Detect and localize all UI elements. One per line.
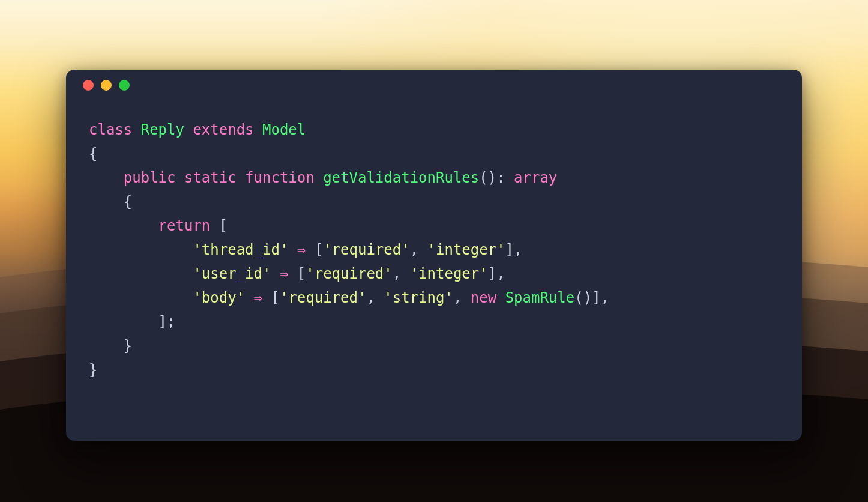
keyword-new: new [471, 289, 496, 306]
rule-value: 'integer' [410, 265, 488, 282]
rule-key: 'thread_id' [193, 241, 288, 258]
close-icon[interactable] [83, 80, 94, 91]
bracket-open: [ [271, 289, 279, 306]
bracket-open: [ [315, 241, 323, 258]
rule-key: 'user_id' [193, 265, 271, 282]
array-close: ] [158, 313, 167, 330]
rule-value: 'integer' [427, 241, 505, 258]
method-name: getValidationRules [323, 169, 479, 186]
class-name-model: Model [262, 121, 306, 138]
rule-key: 'body' [193, 289, 245, 306]
semicolon: ; [167, 313, 175, 330]
array-open: [ [219, 217, 228, 234]
rule-value: 'required' [323, 241, 410, 258]
paren-open: ( [574, 289, 583, 306]
code-window: class Reply extends Model { public stati… [66, 70, 802, 441]
arrow-icon: ⇒ [254, 289, 262, 306]
zoom-icon[interactable] [119, 80, 130, 91]
paren-close: ) [583, 289, 592, 306]
arrow-icon: ⇒ [280, 265, 288, 282]
return-type: array [514, 169, 557, 186]
comma: , [453, 289, 462, 306]
minimize-icon[interactable] [101, 80, 112, 91]
keyword-return: return [158, 217, 211, 234]
bracket-open: [ [297, 265, 306, 282]
rule-value: 'required' [280, 289, 367, 306]
method-brace-close: } [124, 337, 132, 354]
keyword-extends: extends [193, 121, 253, 138]
brace-close: } [89, 361, 97, 378]
comma: , [514, 241, 522, 258]
brace-open: { [89, 145, 97, 162]
keyword-static: static [184, 169, 237, 186]
rule-value: 'required' [306, 265, 393, 282]
code-block: class Reply extends Model { public stati… [66, 101, 802, 406]
bracket-close: ] [488, 265, 496, 282]
keyword-function: function [245, 169, 315, 186]
colon: : [496, 169, 505, 186]
method-brace-open: { [124, 193, 132, 210]
keyword-class: class [89, 121, 132, 138]
comma: , [393, 265, 401, 282]
class-name-reply: Reply [141, 121, 184, 138]
bracket-close: ] [592, 289, 600, 306]
class-name-spamrule: SpamRule [505, 289, 575, 306]
paren-open: ( [479, 169, 487, 186]
rule-value: 'string' [384, 289, 453, 306]
window-titlebar [66, 70, 802, 101]
bracket-close: ] [505, 241, 514, 258]
comma: , [601, 289, 609, 306]
comma: , [366, 289, 375, 306]
paren-close: ) [488, 169, 496, 186]
arrow-icon: ⇒ [297, 241, 306, 258]
keyword-public: public [124, 169, 176, 186]
comma: , [410, 241, 418, 258]
comma: , [496, 265, 505, 282]
